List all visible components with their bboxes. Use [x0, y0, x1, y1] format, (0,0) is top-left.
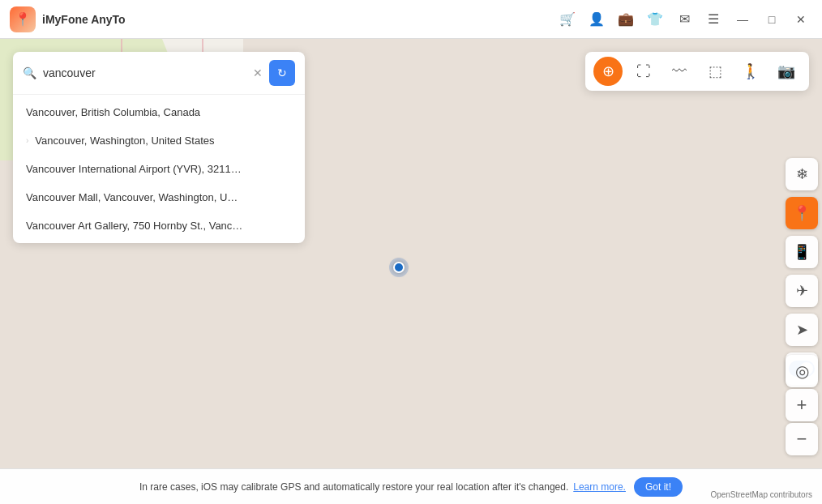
map-toolbar: ⊕ ⛶ 〰 ⬚ 🚶 📷: [585, 52, 809, 91]
menu-icon[interactable]: ☰: [702, 8, 725, 31]
shirt-icon[interactable]: 👕: [644, 8, 666, 31]
search-results-list: Vancouver, British Columbia, Canada › Va…: [13, 95, 305, 243]
target-button[interactable]: ⊕: [593, 57, 623, 86]
app-title: iMyFone AnyTo: [42, 13, 556, 26]
window-minimize[interactable]: —: [731, 8, 754, 31]
search-result-item[interactable]: Vancouver International Airport (YVR), 3…: [13, 155, 305, 183]
result-text: Vancouver Mall, Vancouver, Washington, U…: [26, 191, 238, 203]
map-credit: OpenStreetMap contributors: [710, 490, 812, 499]
area-button[interactable]: ⬚: [700, 57, 730, 86]
search-bar: 🔍 ✕ ↻: [13, 52, 305, 95]
search-result-item[interactable]: › Vancouver, Washington, United States: [13, 126, 305, 155]
search-panel: 🔍 ✕ ↻ Vancouver, British Columbia, Canad…: [13, 52, 305, 243]
briefcase-icon[interactable]: 💼: [614, 8, 637, 31]
route-button[interactable]: 〰: [665, 57, 694, 86]
result-text: Vancouver, British Columbia, Canada: [26, 106, 200, 118]
zoom-in-button[interactable]: +: [786, 389, 818, 421]
title-bar: 📍 iMyFone AnyTo 🛒 👤 💼 👕 ✉ ☰ — □ ✕: [0, 0, 822, 39]
search-icon: 🔍: [23, 66, 36, 79]
search-result-item[interactable]: Vancouver Art Gallery, 750 Hornby St., V…: [13, 211, 305, 240]
arrow-mode-button[interactable]: ➤: [786, 314, 818, 346]
window-controls: 🛒 👤 💼 👕 ✉ ☰ — □ ✕: [556, 8, 812, 31]
camera-button[interactable]: 📷: [772, 57, 801, 86]
zoom-controls: ◎ + −: [786, 355, 818, 455]
location-marker: [389, 258, 409, 277]
snowflake-button[interactable]: ❄: [786, 158, 818, 190]
notification-bar: In rare cases, iOS may calibrate GPS and…: [0, 468, 822, 504]
window-maximize[interactable]: □: [760, 8, 783, 31]
window-close[interactable]: ✕: [790, 8, 812, 31]
location-pin-button[interactable]: 📍: [786, 197, 818, 229]
zoom-out-button[interactable]: −: [786, 423, 818, 455]
person-button[interactable]: 🚶: [736, 57, 765, 86]
result-arrow: ›: [26, 136, 28, 145]
search-result-item[interactable]: Vancouver, British Columbia, Canada: [13, 98, 305, 126]
map-container[interactable]: ✈ ✈ ✈ ✈ ✈ Wilderness Angeles National Fo…: [0, 39, 822, 504]
search-clear-button[interactable]: ✕: [253, 66, 263, 79]
mail-icon[interactable]: ✉: [673, 8, 696, 31]
move-button[interactable]: ⛶: [629, 57, 658, 86]
got-it-button[interactable]: Got it!: [634, 477, 683, 497]
app-logo: 📍: [10, 6, 36, 32]
search-result-item[interactable]: Vancouver Mall, Vancouver, Washington, U…: [13, 183, 305, 211]
search-refresh-button[interactable]: ↻: [269, 60, 295, 86]
device-button[interactable]: 📱: [786, 236, 818, 268]
result-text: Vancouver International Airport (YVR), 3…: [26, 163, 242, 175]
user-icon[interactable]: 👤: [585, 8, 608, 31]
result-text: Vancouver Art Gallery, 750 Hornby St., V…: [26, 220, 242, 232]
notification-text: In rare cases, iOS may calibrate GPS and…: [139, 481, 568, 493]
plane-mode-button[interactable]: ✈: [786, 275, 818, 307]
result-text: Vancouver, Washington, United States: [35, 135, 214, 147]
search-input[interactable]: [43, 66, 246, 79]
locate-button[interactable]: ◎: [786, 355, 818, 387]
learn-more-link[interactable]: Learn more.: [573, 481, 626, 493]
cart-icon[interactable]: 🛒: [556, 8, 579, 31]
logo-emoji: 📍: [15, 11, 31, 27]
